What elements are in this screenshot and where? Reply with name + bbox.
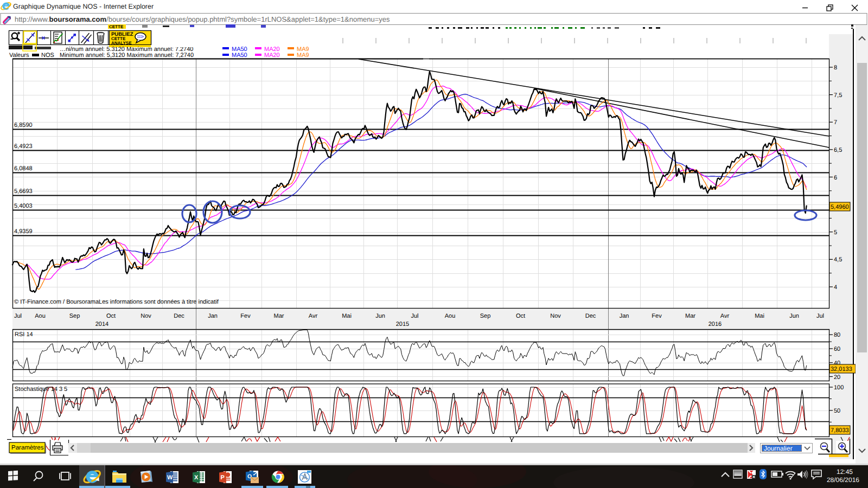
svg-text:Nov: Nov xyxy=(141,313,151,319)
svg-text:Jul: Jul xyxy=(816,313,824,319)
svg-text:Nov: Nov xyxy=(550,313,561,319)
svg-text:100: 100 xyxy=(834,384,844,391)
svg-text:6,0848: 6,0848 xyxy=(14,165,33,172)
svg-text:2015: 2015 xyxy=(396,321,409,328)
svg-text:NOS: NOS xyxy=(41,52,54,59)
svg-text:7,8033: 7,8033 xyxy=(831,427,849,434)
svg-text:Dec: Dec xyxy=(585,313,596,319)
svg-text:Jul: Jul xyxy=(14,313,22,319)
svg-text:RSI 14: RSI 14 xyxy=(15,331,33,338)
svg-text:80: 80 xyxy=(834,332,840,338)
svg-text:5,4003: 5,4003 xyxy=(14,203,33,209)
svg-text:Jan: Jan xyxy=(208,313,218,319)
svg-text:Sep: Sep xyxy=(69,313,80,319)
svg-text:2014: 2014 xyxy=(95,321,108,328)
svg-text:32,0133: 32,0133 xyxy=(831,366,852,373)
svg-text:Fev: Fev xyxy=(240,313,251,319)
svg-text:P: P xyxy=(221,474,225,481)
svg-text:MA50: MA50 xyxy=(232,52,247,59)
svg-text:MA20: MA20 xyxy=(264,52,280,59)
svg-text:6: 6 xyxy=(834,175,837,181)
svg-text:8: 8 xyxy=(834,65,837,71)
svg-text:Oct: Oct xyxy=(106,313,116,319)
svg-text:Jul: Jul xyxy=(411,313,418,319)
svg-text:Jun: Jun xyxy=(375,313,385,319)
svg-text:50: 50 xyxy=(834,408,840,414)
svg-text:7: 7 xyxy=(834,119,837,126)
svg-text:X: X xyxy=(194,474,199,481)
svg-text:ANALYSE: ANALYSE xyxy=(111,41,132,46)
svg-text:Aou: Aou xyxy=(35,313,46,319)
svg-text:20: 20 xyxy=(834,374,840,381)
svg-text:Jan: Jan xyxy=(620,313,629,319)
svg-text:Journalier: Journalier xyxy=(764,445,793,452)
svg-text:W: W xyxy=(167,474,173,481)
svg-text:Mai: Mai xyxy=(342,313,352,319)
svg-text:Mar: Mar xyxy=(685,313,695,319)
svg-text:Mar: Mar xyxy=(274,313,284,319)
svg-text:© IT-Finance.com / BoursoramaL: © IT-Finance.com / BoursoramaLes informa… xyxy=(14,299,219,305)
svg-text:5,4960: 5,4960 xyxy=(831,204,849,210)
svg-text:Graphique Dynamique NOS - Inte: Graphique Dynamique NOS - Internet Explo… xyxy=(13,3,154,10)
svg-text:60: 60 xyxy=(834,346,840,352)
svg-text:6,4923: 6,4923 xyxy=(14,143,33,150)
svg-text:Paramètres: Paramètres xyxy=(11,445,44,451)
svg-text:5,6693: 5,6693 xyxy=(14,188,33,195)
svg-text:4,5: 4,5 xyxy=(834,256,842,263)
svg-text:6,5: 6,5 xyxy=(834,147,842,153)
svg-text:Avr: Avr xyxy=(309,313,318,319)
svg-text:Sep: Sep xyxy=(480,313,491,319)
svg-text:5: 5 xyxy=(834,229,837,236)
svg-text:Jun: Jun xyxy=(789,313,799,319)
svg-text:Stochastique 14 3 5: Stochastique 14 3 5 xyxy=(15,386,67,393)
svg-text:http://www.boursorama.com/bour: http://www.boursorama.com/bourse/cours/g… xyxy=(15,15,390,23)
svg-text:Oct: Oct xyxy=(516,313,525,319)
svg-text:Avr: Avr xyxy=(720,313,730,319)
svg-text:MA9: MA9 xyxy=(297,52,309,59)
svg-text:7,5: 7,5 xyxy=(834,92,842,99)
svg-text:CETTE: CETTE xyxy=(109,24,124,29)
svg-text:Fev: Fev xyxy=(652,313,662,319)
svg-text:Mai: Mai xyxy=(755,313,764,319)
svg-text:12:45: 12:45 xyxy=(837,468,853,476)
svg-text:6,8590: 6,8590 xyxy=(14,122,33,129)
svg-text:4,9359: 4,9359 xyxy=(14,228,33,235)
svg-text:Valeurs: Valeurs xyxy=(9,52,29,59)
svg-text:2016: 2016 xyxy=(709,321,722,328)
svg-text:Dec: Dec xyxy=(174,313,184,319)
svg-text:Aou: Aou xyxy=(445,313,456,319)
svg-text:Minimum annuel: 5,3120 Maximum: Minimum annuel: 5,3120 Maximum annuel: 7… xyxy=(60,52,194,59)
svg-text:4: 4 xyxy=(834,284,837,291)
svg-text:28/06/2016: 28/06/2016 xyxy=(827,476,859,484)
